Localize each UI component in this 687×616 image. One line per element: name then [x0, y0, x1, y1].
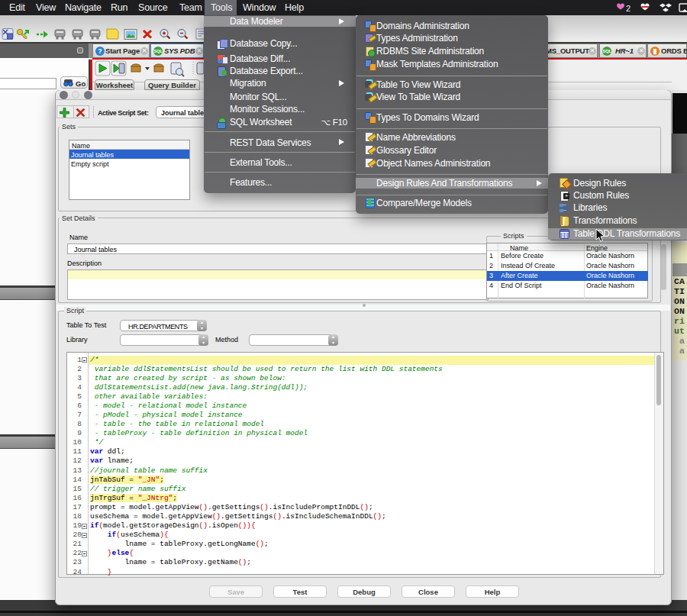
- svg-text:2: 2: [626, 4, 631, 13]
